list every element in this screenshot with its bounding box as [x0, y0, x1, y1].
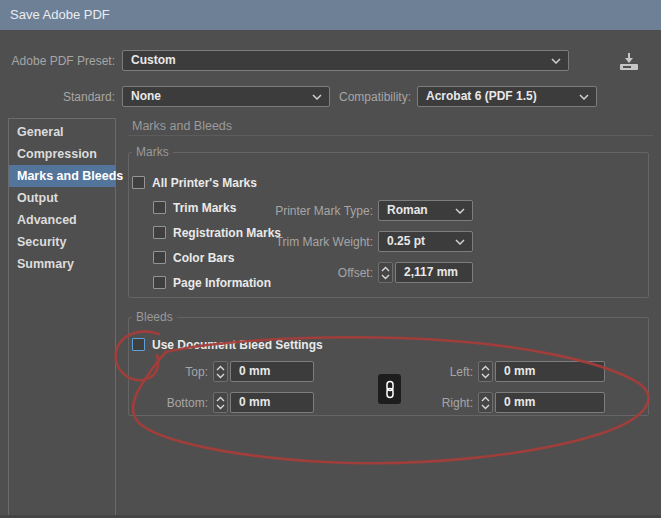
sidebar-item-compression[interactable]: Compression — [9, 143, 115, 165]
bleed-right-label: Right: — [394, 396, 473, 410]
offset-input[interactable]: 2,117 mm — [395, 262, 473, 283]
color-bars-checkbox[interactable] — [153, 251, 166, 264]
dialog-titlebar[interactable]: Save Adobe PDF — [0, 0, 661, 30]
standard-label: Standard: — [0, 90, 115, 104]
save-preset-button[interactable] — [616, 52, 642, 72]
page-information-checkbox[interactable] — [153, 276, 166, 289]
bleed-left-label: Left: — [394, 365, 473, 379]
bleed-top-input[interactable]: 0 mm — [230, 361, 314, 382]
panel-title: Marks and Bleeds — [132, 119, 232, 133]
up-down-chevrons-icon — [381, 266, 390, 280]
trim-marks-checkbox[interactable] — [153, 201, 166, 214]
bleeds-group: Bleeds Use Document Bleed Settings Top: … — [128, 317, 649, 416]
registration-marks-checkbox[interactable] — [153, 226, 166, 239]
chevron-down-icon — [455, 239, 465, 245]
bleed-top-stepper[interactable] — [213, 361, 228, 382]
bleed-right-input[interactable]: 0 mm — [495, 392, 605, 413]
bleed-bottom-value: 0 mm — [239, 395, 270, 409]
trim-mark-weight-label: Trim Mark Weight: — [189, 235, 373, 249]
up-down-chevrons-icon — [216, 365, 225, 379]
chevron-down-icon — [551, 58, 561, 64]
sidebar-item-summary[interactable]: Summary — [9, 253, 115, 275]
printer-mark-type-value: Roman — [387, 203, 428, 217]
use-document-bleed-settings-checkbox[interactable] — [132, 338, 145, 351]
up-down-chevrons-icon — [216, 396, 225, 410]
chevron-down-icon — [312, 94, 322, 100]
up-down-chevrons-icon — [481, 396, 490, 410]
trim-mark-weight-dropdown[interactable]: 0.25 pt — [378, 231, 473, 252]
chevron-down-icon — [579, 94, 589, 100]
color-bars-label: Color Bars — [173, 251, 234, 265]
bleed-right-value: 0 mm — [504, 395, 535, 409]
compatibility-value: Acrobat 6 (PDF 1.5) — [426, 89, 537, 103]
preset-value: Custom — [131, 53, 176, 67]
standard-dropdown[interactable]: None — [122, 86, 330, 107]
sidebar-item-output[interactable]: Output — [9, 187, 115, 209]
offset-value: 2,117 mm — [404, 265, 458, 279]
all-printers-marks-checkbox[interactable] — [132, 176, 145, 189]
adobe-pdf-preset-dropdown[interactable]: Custom — [122, 50, 569, 71]
offset-stepper[interactable] — [378, 262, 393, 283]
printer-mark-type-label: Printer Mark Type: — [189, 204, 373, 218]
bleed-bottom-input[interactable]: 0 mm — [230, 392, 314, 413]
sidebar-item-security[interactable]: Security — [9, 231, 115, 253]
dialog-title: Save Adobe PDF — [10, 7, 110, 22]
bleed-left-stepper[interactable] — [478, 361, 493, 382]
panel-title-divider — [128, 135, 653, 136]
sidebar-item-marks-and-bleeds[interactable]: Marks and Bleeds — [9, 165, 115, 187]
all-printers-marks-label: All Printer's Marks — [152, 176, 257, 190]
up-down-chevrons-icon — [481, 365, 490, 379]
bleeds-group-label: Bleeds — [132, 310, 177, 324]
sidebar-item-general[interactable]: General — [9, 121, 115, 143]
offset-label: Offset: — [189, 266, 373, 280]
bleed-left-value: 0 mm — [504, 364, 535, 378]
preset-label: Adobe PDF Preset: — [0, 54, 115, 68]
marks-group-label: Marks — [132, 145, 173, 159]
settings-category-list: General Compression Marks and Bleeds Out… — [8, 118, 116, 517]
compatibility-dropdown[interactable]: Acrobat 6 (PDF 1.5) — [417, 86, 597, 107]
trim-mark-weight-value: 0.25 pt — [387, 234, 425, 248]
chevron-down-icon — [455, 208, 465, 214]
sidebar-item-advanced[interactable]: Advanced — [9, 209, 115, 231]
compatibility-label: Compatibility: — [330, 90, 411, 104]
marks-group: Marks All Printer's Marks Trim Marks Reg… — [128, 152, 649, 298]
bleed-right-stepper[interactable] — [478, 392, 493, 413]
save-adobe-pdf-dialog: Save Adobe PDF Adobe PDF Preset: Custom … — [0, 0, 661, 518]
bleed-top-value: 0 mm — [239, 364, 270, 378]
download-tray-icon — [616, 52, 642, 72]
bleed-bottom-stepper[interactable] — [213, 392, 228, 413]
bleed-left-input[interactable]: 0 mm — [495, 361, 605, 382]
bleed-top-label: Top: — [129, 365, 208, 379]
standard-value: None — [131, 89, 161, 103]
printer-mark-type-dropdown[interactable]: Roman — [378, 200, 473, 221]
bleed-bottom-label: Bottom: — [129, 396, 208, 410]
use-document-bleed-settings-label: Use Document Bleed Settings — [152, 338, 323, 352]
